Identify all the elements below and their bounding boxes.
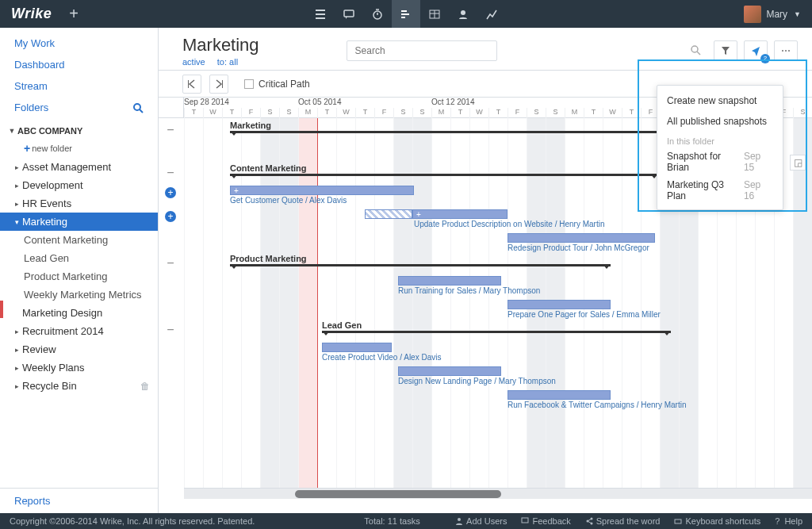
folder-hr-events[interactable]: ▸HR Events [0,194,158,213]
wrike-logo: Wrike [11,6,52,22]
filter-active[interactable]: active [182,57,205,67]
folder-content-marketing[interactable]: Content Marketing [0,231,158,249]
folder-label: Development [22,179,83,191]
snapshot-dropdown: Create new snapshot All published snapsh… [657,85,783,210]
task-bar[interactable] [322,343,392,352]
task-label[interactable]: Create Product Video / Alex Davis [322,353,441,362]
analytics-view-icon[interactable] [477,0,506,28]
folder-product-marketing[interactable]: Product Marketing [0,267,158,286]
task-bar[interactable] [398,276,501,286]
folder-recycle-bin[interactable]: ▸Recycle Bin 🗑 [0,377,158,395]
folder-label: Review [22,343,56,355]
search-icon[interactable] [690,44,701,56]
folder-marketing-design[interactable]: Marketing Design [0,304,158,322]
svg-point-5 [691,46,698,52]
chat-view-icon[interactable] [335,0,363,28]
folder-weekly-plans[interactable]: ▸Weekly Plans [0,358,158,377]
footer-label: Feedback [532,516,570,526]
task-label[interactable]: Run Training for Sales / Mary Thompson [398,286,540,295]
svg-rect-0 [344,10,354,17]
folder-development[interactable]: ▸Development [0,176,158,194]
task-bar[interactable]: + [230,186,414,195]
footer-label: Keyboard shortcuts [685,516,760,526]
expand-timeline-icon[interactable]: ◲ [790,155,806,171]
task-bar[interactable] [508,233,655,243]
sidebar-my-work[interactable]: My Work [0,33,158,54]
dd-snapshot-item[interactable]: Snapshot for Brian Sep 15 [657,148,783,176]
task-bar-planned[interactable] [365,209,412,219]
footer-feedback[interactable]: Feedback [521,516,570,526]
folder-label: Content Marketing [24,234,108,246]
add-task-icon[interactable]: + [165,187,176,198]
table-view-icon[interactable] [420,0,449,28]
sidebar-reports[interactable]: Reports [0,488,158,513]
sidebar-stream[interactable]: Stream [0,75,158,97]
task-label[interactable]: Run Facebook & Twitter Campaigns / Henry… [508,401,686,409]
sidebar-dashboard[interactable]: Dashboard [0,54,158,75]
footer-spread[interactable]: Spread the word [585,516,661,526]
task-bar[interactable] [398,366,501,376]
dd-published-snapshots[interactable]: All published snapshots [657,111,783,132]
footer-label: Help [784,516,802,526]
folder-asset-management[interactable]: ▸Asset Management [0,158,158,176]
snapshot-name: Snapshot for Brian [667,151,744,173]
task-label[interactable]: Get Customer Quote / Alex Davis [230,196,347,205]
timer-view-icon[interactable] [363,0,392,28]
gantt-view-icon[interactable] [392,0,420,28]
user-avatar[interactable] [744,6,761,23]
week-label: Oct 05 2014 [298,98,431,108]
company-node[interactable]: ▼ABC COMPANY [0,123,158,139]
folder-lead-gen[interactable]: Lead Gen [0,249,158,267]
svg-point-4 [134,104,140,110]
user-name-label[interactable]: Mary [766,9,787,20]
add-task-icon[interactable]: + [165,211,176,222]
horizontal-scrollbar[interactable] [184,488,812,499]
scrollbar-thumb[interactable] [295,490,501,498]
task-label[interactable]: Prepare One Pager for Sales / Emma Mille… [508,310,661,319]
critical-path-checkbox[interactable]: Critical Path [244,79,310,90]
collapse-icon[interactable]: − [165,125,176,136]
filter-button[interactable] [714,40,737,61]
task-bar[interactable] [508,300,611,309]
folder-label: Recycle Bin [22,380,77,392]
more-button[interactable]: ⋯ [774,40,798,61]
folder-label: HR Events [22,197,71,209]
folder-weekly-metrics[interactable]: Weekly Marketing Metrics [0,286,158,304]
collapse-icon[interactable]: − [165,258,176,269]
filter-to[interactable]: to: all [217,57,238,67]
collapse-right-icon[interactable] [209,75,228,94]
folder-label: Weekly Marketing Metrics [24,289,142,301]
new-item-icon[interactable]: + [69,5,79,23]
sidebar-folders-label[interactable]: Folders [14,102,48,113]
group-label: Content Marketing [230,163,307,173]
task-label[interactable]: Update Product Description on Website / … [414,220,604,228]
task-label[interactable]: Design New Landing Page / Mary Thompson [398,377,556,385]
dd-folder-label: In this folder [657,132,783,148]
folder-label: Asset Management [22,161,111,173]
chevron-down-icon[interactable]: ▼ [794,10,801,18]
new-folder-link[interactable]: +new folder [0,139,158,158]
list-view-icon[interactable] [306,0,335,28]
share-snapshot-button[interactable]: 2 [744,40,768,61]
red-indicator [0,301,3,318]
search-input[interactable] [347,40,497,61]
task-label[interactable]: Redesign Product Tour / John McGregor [508,243,649,252]
task-bar[interactable]: + [412,209,508,219]
collapse-left-icon[interactable] [182,75,201,94]
pane-header: Marketing active to: all [159,28,812,71]
footer-add-users[interactable]: Add Users [455,516,507,526]
collapse-icon[interactable]: − [165,324,176,335]
dd-snapshot-item[interactable]: Marketing Q3 Plan Sep 16 [657,176,783,205]
dd-create-snapshot[interactable]: Create new snapshot [657,90,783,111]
folder-marketing[interactable]: ▾Marketing [0,213,158,231]
collapse-icon[interactable]: − [165,167,176,178]
user-view-icon[interactable] [449,0,477,28]
folder-review[interactable]: ▸Review [0,340,158,358]
group-bar [230,131,722,133]
footer-shortcuts[interactable]: Keyboard shortcuts [674,516,760,526]
folder-recruitment[interactable]: ▸Recruitment 2014 [0,322,158,340]
sidebar: My Work Dashboard Stream Folders ▼ABC CO… [0,28,159,513]
footer-help[interactable]: ?Help [775,516,802,526]
task-bar[interactable] [508,390,611,400]
search-folders-icon[interactable] [132,102,144,113]
